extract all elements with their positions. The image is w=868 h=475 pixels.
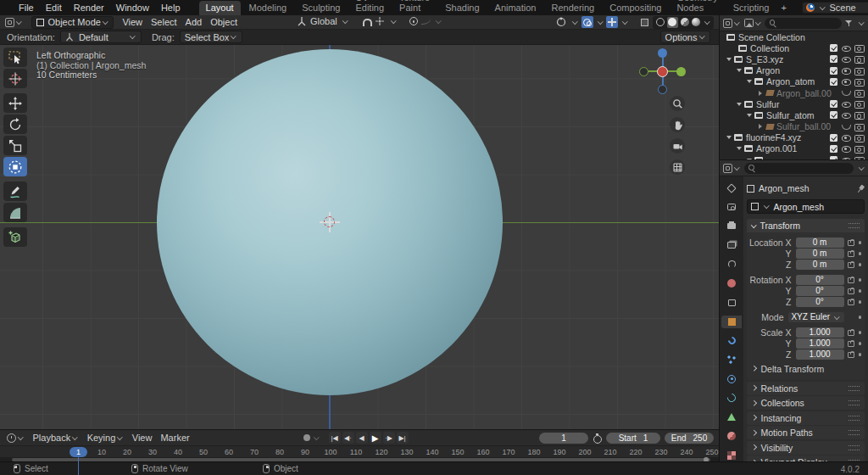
panel-instancing[interactable]: Instancing — [747, 411, 865, 425]
gizmo-axis-y-plus[interactable] — [676, 67, 686, 76]
play-button[interactable]: ▶ — [370, 432, 381, 444]
gizmo-axis-z-minus[interactable] — [658, 85, 667, 94]
menu-render[interactable]: Render — [74, 3, 104, 13]
jump-to-start-button[interactable]: |◀ — [329, 432, 341, 444]
menu-object[interactable]: Object — [210, 17, 237, 27]
camera-icon[interactable] — [854, 144, 864, 153]
proportional-editing-icon[interactable] — [409, 17, 418, 25]
animate-dot-icon[interactable] — [859, 241, 862, 244]
pan-button[interactable] — [670, 117, 685, 132]
start-frame-field[interactable]: Start1 — [606, 433, 660, 444]
snap-target-icon[interactable] — [374, 16, 386, 26]
tab-shading[interactable]: Shading — [438, 1, 486, 15]
checkbox-icon[interactable] — [830, 55, 837, 63]
menu-file[interactable]: File — [19, 3, 34, 13]
animate-dot-icon[interactable] — [859, 316, 862, 319]
outliner-item-scene-collection[interactable]: Scene Collection — [720, 31, 868, 42]
tool-select-box[interactable] — [3, 48, 27, 67]
camera-view-button[interactable] — [670, 138, 685, 154]
lock-icon[interactable] — [848, 262, 854, 268]
tab-texture-paint[interactable]: Texture Paint — [392, 0, 437, 15]
expand-icon[interactable] — [747, 80, 752, 83]
animate-dot-icon[interactable] — [859, 278, 862, 282]
show-gizmos-toggle[interactable] — [554, 16, 568, 28]
expand-icon[interactable] — [737, 147, 742, 150]
location-z-field[interactable]: 0 m — [796, 260, 844, 270]
scale-x-field[interactable]: 1.000 — [796, 327, 844, 338]
drag-grip-icon[interactable] — [849, 445, 860, 450]
rotation-x-field[interactable]: 0° — [796, 275, 844, 285]
eye-closed-icon[interactable] — [842, 89, 851, 98]
animate-dot-icon[interactable] — [859, 263, 862, 266]
orthographic-toggle-button[interactable] — [670, 159, 685, 175]
tab-layout[interactable]: Layout — [199, 1, 241, 15]
lock-icon[interactable] — [848, 299, 854, 305]
drag-grip-icon[interactable] — [849, 223, 860, 228]
drag-grip-icon[interactable] — [849, 430, 860, 435]
outliner-item-collection[interactable]: Collection — [720, 42, 868, 53]
panel-visibility[interactable]: Visibility — [747, 441, 865, 455]
drag-grip-icon[interactable] — [849, 386, 860, 391]
outliner-item-argon[interactable]: Argon — [720, 65, 868, 76]
tab-scripting[interactable]: Scripting — [726, 1, 776, 15]
rotation-z-field[interactable]: 0° — [796, 297, 844, 307]
delta-transform-toggle[interactable]: Delta Transform — [747, 362, 865, 375]
location-x-field[interactable]: 0 m — [796, 238, 844, 248]
eye-icon[interactable] — [842, 77, 851, 86]
camera-icon[interactable] — [854, 122, 864, 131]
outliner-item-argon-ball[interactable]: Argon_ball.00 — [720, 87, 868, 98]
tab-animation[interactable]: Animation — [488, 1, 543, 15]
tab-constraints[interactable] — [721, 392, 742, 405]
panel-collections[interactable]: Collections — [747, 396, 865, 410]
tab-tool[interactable] — [721, 182, 742, 194]
gizmo-axis-y-minus[interactable] — [639, 67, 648, 76]
outliner-item-argon-001[interactable]: Argon.001 — [720, 143, 868, 154]
panel-relations[interactable]: Relations — [747, 382, 865, 395]
checkbox-icon[interactable] — [830, 78, 837, 86]
expand-icon[interactable] — [759, 124, 762, 129]
checkbox-icon[interactable] — [830, 100, 837, 108]
auto-keying-record-icon[interactable] — [303, 434, 310, 441]
tool-add-cube[interactable] — [3, 227, 27, 247]
expand-icon[interactable] — [737, 103, 742, 106]
animate-dot-icon[interactable] — [859, 289, 862, 293]
camera-icon[interactable] — [854, 77, 864, 86]
outliner-item-sulfur-ball[interactable]: Sulfur_ball.00 — [720, 121, 868, 132]
tool-measure[interactable] — [3, 203, 27, 222]
tab-object-data[interactable] — [721, 411, 742, 423]
scale-z-field[interactable]: 1.000 — [796, 349, 844, 360]
tab-object[interactable] — [721, 316, 742, 328]
shading-solid-button[interactable] — [667, 17, 678, 28]
orientation-dropdown[interactable]: Global — [310, 16, 337, 26]
transform-panel-header[interactable]: Transform — [747, 219, 865, 232]
scale-y-field[interactable]: 1.000 — [796, 338, 844, 349]
lock-icon[interactable] — [848, 277, 854, 283]
tool-transform[interactable] — [3, 157, 27, 176]
checkbox-icon[interactable] — [830, 145, 837, 153]
lock-icon[interactable] — [848, 352, 854, 358]
xray-toggle[interactable] — [639, 16, 650, 28]
expand-icon[interactable] — [726, 136, 732, 139]
menu-edit[interactable]: Edit — [46, 3, 62, 13]
menu-playback[interactable]: Playback — [33, 433, 79, 443]
drag-grip-icon[interactable] — [849, 400, 860, 405]
expand-icon[interactable] — [737, 69, 742, 72]
animate-dot-icon[interactable] — [859, 353, 862, 356]
camera-icon[interactable] — [854, 100, 864, 109]
zoom-button[interactable] — [670, 96, 685, 111]
outliner-item-se3[interactable]: S_E3.xyz — [720, 53, 868, 64]
drag-grip-icon[interactable] — [849, 416, 860, 421]
falloff-curve-icon[interactable] — [421, 18, 431, 25]
tab-scene[interactable] — [721, 258, 742, 271]
local-view-toggle[interactable] — [606, 16, 618, 28]
outliner-item-fluorinef4[interactable]: fluorineF4.xyz — [720, 132, 868, 143]
menu-keying[interactable]: Keying — [87, 433, 124, 443]
snap-magnet-icon[interactable] — [362, 17, 370, 26]
expand-icon[interactable] — [759, 91, 762, 96]
animate-dot-icon[interactable] — [859, 252, 862, 255]
lock-icon[interactable] — [848, 330, 854, 336]
eye-icon[interactable] — [842, 111, 851, 120]
end-frame-field[interactable]: End250 — [665, 433, 714, 444]
tool-move[interactable] — [3, 93, 27, 113]
tab-uv-editing[interactable]: UV Editing — [348, 0, 391, 15]
